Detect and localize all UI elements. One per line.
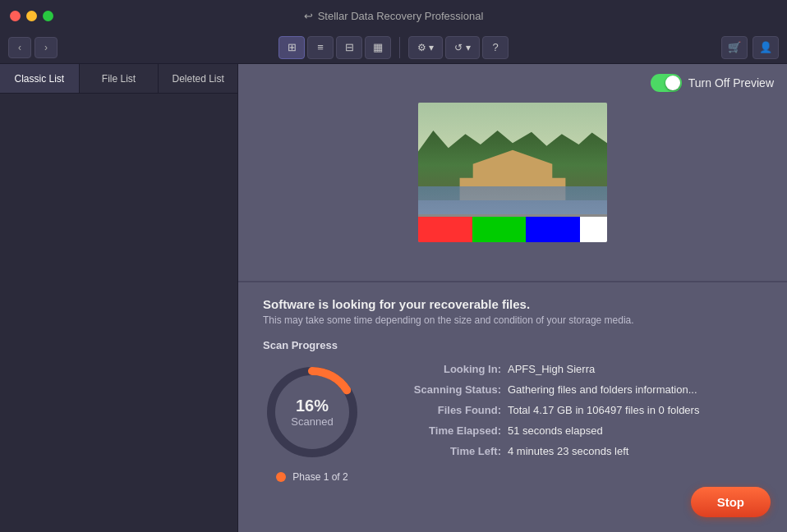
maximize-button[interactable] — [43, 11, 53, 21]
title-bar: ↩ Stellar Data Recovery Professional — [0, 0, 787, 31]
detail-row-scanning-status: Scanning Status: Gathering files and fol… — [386, 383, 762, 396]
view-grid-button[interactable]: ⊞ — [278, 36, 305, 59]
sidebar-tabs: Classic List File List Deleted List — [0, 64, 237, 94]
color-seg-7 — [580, 217, 607, 242]
turn-off-preview-row: Turn Off Preview — [651, 74, 774, 92]
color-seg-1 — [418, 217, 445, 242]
app-title: Stellar Data Recovery Professional — [318, 10, 484, 22]
forward-nav-button[interactable]: › — [35, 37, 58, 58]
restore-button[interactable]: ↺ ▾ — [445, 36, 480, 59]
preview-toggle[interactable] — [651, 74, 682, 92]
preview-image — [418, 103, 607, 242]
looking-in-label: Looking In: — [386, 363, 501, 375]
detail-row-files-found: Files Found: Total 4.17 GB in 106497 fil… — [386, 404, 762, 416]
color-seg-3 — [472, 217, 499, 242]
stop-button[interactable]: Stop — [691, 487, 771, 517]
color-seg-5 — [526, 217, 553, 242]
scanning-status-value: Gathering files and folders information.… — [508, 383, 762, 396]
right-panel: Turn Off Preview — [238, 64, 787, 532]
circular-text: 16% Scanned — [291, 397, 333, 428]
close-button[interactable] — [10, 11, 21, 21]
scan-body: 16% Scanned Phase 1 of 2 Looking In: APF… — [263, 363, 762, 483]
tab-deleted-list[interactable]: Deleted List — [159, 64, 237, 93]
scanning-status-label: Scanning Status: — [386, 383, 501, 396]
tab-classic-list[interactable]: Classic List — [0, 64, 80, 93]
toggle-knob — [665, 76, 680, 90]
toolbar-separator-1 — [399, 37, 400, 58]
nav-buttons: ‹ › — [8, 37, 58, 58]
scan-percent: 16% — [291, 397, 333, 415]
time-elapsed-label: Time Elapsed: — [386, 424, 501, 437]
preview-image-container — [418, 103, 607, 242]
circular-progress: 16% Scanned — [263, 363, 361, 461]
detail-row-looking-in: Looking In: APFS_High Sierra — [386, 363, 762, 375]
color-seg-2 — [445, 217, 472, 242]
window-controls — [10, 11, 53, 21]
bottom-section: Software is looking for your recoverable… — [238, 282, 787, 532]
settings-button[interactable]: ⚙ ▾ — [408, 36, 443, 59]
cart-button[interactable]: 🛒 — [721, 36, 748, 59]
profile-button[interactable]: 👤 — [752, 36, 779, 59]
scan-progress-label: Scan Progress — [263, 339, 762, 351]
sidebar-content — [0, 94, 237, 532]
tools-group: ⚙ ▾ ↺ ▾ ? — [408, 36, 509, 59]
water-layer — [418, 186, 607, 214]
back-nav-button[interactable]: ‹ — [8, 37, 31, 58]
phase-label: Phase 1 of 2 — [292, 471, 347, 483]
scanned-label: Scanned — [291, 415, 333, 428]
main-layout: Classic List File List Deleted List Turn… — [0, 64, 787, 532]
title-bar-text: ↩ Stellar Data Recovery Professional — [304, 10, 484, 22]
files-found-value: Total 4.17 GB in 106497 files in 0 folde… — [508, 404, 762, 416]
back-arrow-icon: ↩ — [304, 10, 313, 22]
scan-title: Software is looking for your recoverable… — [263, 297, 762, 311]
view-list-button[interactable]: ≡ — [307, 36, 334, 59]
help-button[interactable]: ? — [482, 36, 509, 59]
looking-in-value: APFS_High Sierra — [508, 363, 762, 375]
phase-dot — [276, 472, 286, 482]
color-seg-4 — [499, 217, 527, 242]
minimize-button[interactable] — [26, 11, 37, 21]
turn-off-preview-label: Turn Off Preview — [688, 76, 774, 89]
scan-details: Looking In: APFS_High Sierra Scanning St… — [386, 363, 762, 457]
tab-file-list[interactable]: File List — [80, 64, 159, 93]
circular-progress-container: 16% Scanned Phase 1 of 2 — [263, 363, 361, 483]
phase-indicator: Phase 1 of 2 — [276, 471, 347, 483]
view-options-group: ⊞ ≡ ⊟ ▦ — [278, 36, 391, 59]
view-details-button[interactable]: ▦ — [365, 36, 391, 59]
right-toolbar-buttons: 🛒 👤 — [721, 36, 779, 59]
scan-subtitle: This may take some time depending on the… — [263, 314, 762, 326]
toolbar: ‹ › ⊞ ≡ ⊟ ▦ ⚙ ▾ ↺ ▾ ? 🛒 👤 — [0, 31, 787, 64]
preview-area: Turn Off Preview — [238, 64, 787, 282]
files-found-label: Files Found: — [386, 404, 501, 416]
time-left-label: Time Left: — [386, 445, 501, 457]
time-elapsed-value: 51 seconds elapsed — [508, 424, 762, 437]
color-bar — [418, 217, 607, 242]
time-left-value: 4 minutes 23 seconds left — [508, 445, 762, 457]
color-seg-6 — [553, 217, 580, 242]
stop-button-container: Stop — [691, 487, 771, 517]
view-columns-button[interactable]: ⊟ — [336, 36, 362, 59]
detail-row-time-left: Time Left: 4 minutes 23 seconds left — [386, 445, 762, 457]
sidebar: Classic List File List Deleted List — [0, 64, 238, 532]
detail-row-time-elapsed: Time Elapsed: 51 seconds elapsed — [386, 424, 762, 437]
